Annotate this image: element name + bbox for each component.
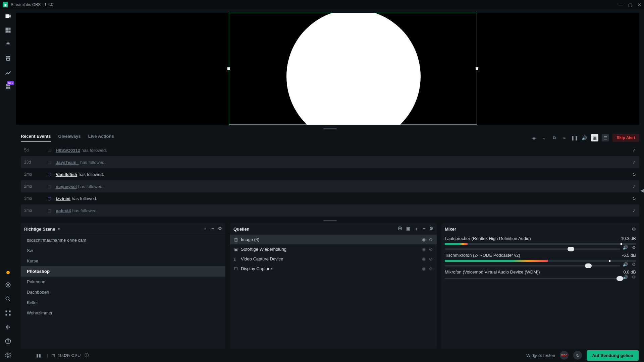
slider-thumb[interactable] [616, 276, 623, 281]
preview-canvas[interactable] [16, 13, 639, 125]
minimize-button[interactable]: — [619, 2, 623, 7]
cloud-icon[interactable] [5, 282, 11, 288]
event-refresh-icon[interactable]: ↻ [632, 196, 636, 201]
slider-thumb[interactable] [568, 247, 574, 251]
visibility-icon[interactable]: ◉ [422, 247, 426, 252]
scenes-dropdown-icon[interactable]: ▼ [57, 227, 60, 231]
remove-source-button[interactable]: − [423, 226, 425, 232]
lock-icon[interactable]: ⊘ [429, 266, 433, 271]
add-scene-button[interactable]: ＋ [203, 226, 207, 232]
scene-item[interactable]: Dachboden [21, 287, 225, 297]
mute-icon[interactable]: 🔊 [623, 245, 628, 250]
event-username[interactable]: pafect4 [56, 208, 71, 213]
event-username[interactable]: Vanillefish [56, 172, 77, 177]
view-list-button[interactable]: ☰ [602, 134, 609, 141]
scene-item[interactable]: Sw [21, 245, 225, 256]
scene-item[interactable]: Pokemon [21, 277, 225, 287]
maximize-button[interactable]: ▢ [628, 2, 632, 7]
volume-slider[interactable] [445, 278, 620, 279]
filter-icon[interactable]: ≡ [561, 135, 568, 140]
tab-recent-events[interactable]: Recent Events [21, 134, 51, 142]
event-row[interactable]: 3mo ▢ tzvinivi has followed. ↻ [21, 192, 639, 204]
panel-resize-handle[interactable] [323, 128, 337, 129]
scene-item[interactable]: Wohnzimmer [21, 308, 225, 318]
notification-indicator[interactable] [6, 271, 10, 274]
scene-item[interactable]: Photoshop [21, 266, 225, 277]
scenes-settings-button[interactable]: ⚙ [218, 226, 222, 232]
event-username[interactable]: H0SSO0312 [56, 148, 80, 153]
scene-item[interactable]: Keller [21, 297, 225, 308]
event-row[interactable]: 2mo ▢ Vanillefish has followed. ↻ [21, 168, 639, 180]
view-grid-button[interactable]: ▦ [591, 134, 598, 141]
source-item[interactable]: ▯ Video Capture Device ◉ ⊘ [230, 254, 437, 264]
themes-icon[interactable] [5, 41, 11, 48]
channel-settings-icon[interactable]: ⚙ [632, 262, 636, 267]
visibility-icon[interactable]: ◉ [422, 256, 426, 261]
add-source-button[interactable]: ＋ [414, 226, 419, 232]
event-row[interactable]: 3mo ▢ pafect4 has followed. ✓ [21, 204, 639, 217]
resize-handle-left[interactable] [227, 67, 230, 70]
lock-icon[interactable]: ⊘ [429, 247, 433, 252]
apps-icon[interactable]: Neu [5, 83, 11, 90]
event-refresh-icon[interactable]: ↻ [632, 172, 636, 177]
event-username[interactable]: tzvinivi [56, 196, 70, 201]
lock-icon[interactable]: ⊘ [429, 237, 433, 242]
tab-giveaways[interactable]: Giveaways [58, 134, 81, 142]
widgets-test-button[interactable]: Widgets testen [526, 353, 555, 358]
source-item[interactable]: ☐ Display Capture ◉ ⊘ [230, 264, 437, 274]
shield-icon[interactable]: ◈ [531, 135, 537, 140]
event-username[interactable]: neyneysel [56, 184, 77, 189]
slider-thumb[interactable] [585, 263, 592, 268]
mute-icon[interactable]: 🔊 [623, 262, 628, 267]
chevron-down-icon[interactable]: ⌄ [541, 135, 547, 140]
search-icon[interactable] [5, 296, 11, 302]
mixer-settings-button[interactable]: ⚙ [632, 227, 636, 232]
folder-icon[interactable]: ▣ [406, 226, 410, 232]
collapse-right-icon[interactable]: ◀ [640, 188, 644, 193]
record-button[interactable]: REC [560, 351, 569, 360]
volume-slider[interactable] [445, 265, 620, 266]
store-icon[interactable] [5, 55, 11, 62]
sources-settings-button[interactable]: ⚙ [429, 226, 433, 232]
event-check-icon[interactable]: ✓ [632, 208, 636, 213]
close-button[interactable]: ✕ [638, 2, 641, 7]
editor-icon[interactable] [5, 13, 11, 19]
pause-icon[interactable]: ❚❚ [571, 135, 578, 140]
layouts-icon[interactable] [5, 27, 11, 34]
event-username[interactable]: JaysTeam_ [56, 160, 79, 165]
panel-resize-handle-2[interactable] [323, 220, 337, 221]
webcam-icon[interactable]: ⦿ [398, 226, 402, 232]
event-row[interactable]: 5d ▢ H0SSO0312 has followed. ✓ [21, 144, 639, 156]
mute-icon[interactable]: 🔊 [623, 275, 628, 280]
info-icon[interactable]: ⓘ [85, 352, 89, 358]
source-item[interactable]: ▣ Sofortige Wiederholung ◉ ⊘ [230, 244, 437, 254]
visibility-icon[interactable]: ◉ [422, 237, 426, 242]
event-check-icon[interactable]: ✓ [632, 148, 636, 153]
audio-icon[interactable] [5, 324, 11, 330]
settings-icon[interactable] [5, 352, 11, 359]
volume-slider[interactable] [445, 248, 620, 250]
resize-handle-right[interactable] [476, 67, 478, 70]
channel-settings-icon[interactable]: ⚙ [632, 275, 636, 280]
visibility-icon[interactable]: ◉ [422, 266, 426, 271]
scene-item[interactable]: Kurse [21, 256, 225, 266]
remove-scene-button[interactable]: − [211, 226, 214, 232]
stats-icon[interactable]: ▮▮ [36, 353, 41, 358]
volume-icon[interactable]: 🔊 [581, 135, 588, 140]
skip-alert-button[interactable]: Skip Alert [612, 134, 639, 142]
help-icon[interactable] [5, 338, 11, 345]
replay-buffer-button[interactable]: ↻ [573, 351, 582, 360]
tab-live-actions[interactable]: Live Actions [88, 134, 114, 142]
event-row[interactable]: 2mo ▢ neyneysel has followed. ✓ [21, 180, 639, 192]
channel-settings-icon[interactable]: ⚙ [632, 245, 636, 250]
event-check-icon[interactable]: ✓ [632, 184, 636, 189]
event-row[interactable]: 23d ▢ JaysTeam_ has followed. ✓ [21, 156, 639, 168]
event-check-icon[interactable]: ✓ [632, 160, 636, 165]
scene-item[interactable]: bildschirmaufnahme ohne cam [21, 235, 225, 245]
go-live-button[interactable]: Auf Sendung gehen [587, 350, 639, 361]
grid-icon[interactable] [5, 310, 11, 316]
dashboard-icon[interactable] [5, 69, 11, 76]
source-item[interactable]: ▤ Image (4) ◉ ⊘ [230, 235, 437, 244]
copy-icon[interactable]: ⧉ [551, 135, 557, 140]
lock-icon[interactable]: ⊘ [429, 256, 433, 261]
